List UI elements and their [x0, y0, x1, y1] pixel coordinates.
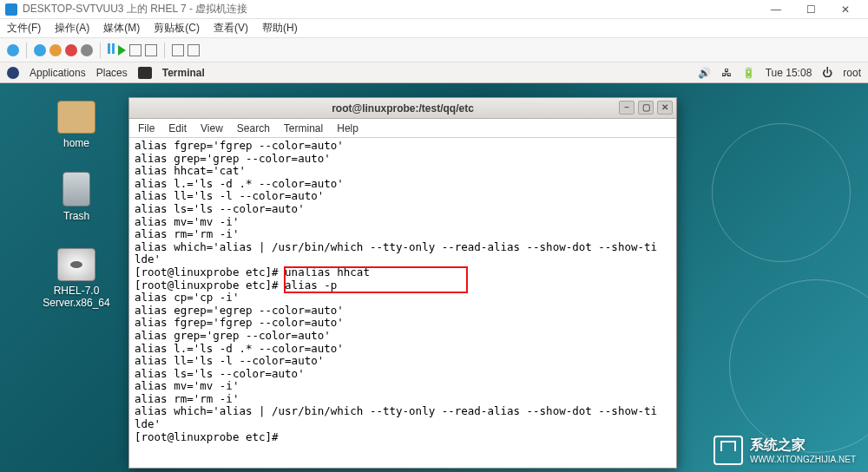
- terminal-title: root@linuxprobe:/test/qq/etc: [332, 102, 474, 115]
- terminal-line: alias ll='ls -l --color=auto': [135, 355, 671, 368]
- system-tray: 🔊 🖧 🔋 Tue 15:08 ⏻ root: [698, 67, 861, 79]
- disc-icon: [57, 248, 95, 281]
- folder-icon: [57, 101, 95, 134]
- desktop-icon-label: RHEL-7.0 Server.x86_64: [35, 285, 118, 309]
- toolbar-enhanced-icon[interactable]: [187, 44, 200, 56]
- desktop-icon-label: Trash: [35, 210, 118, 222]
- toolbar-pause-icon[interactable]: [108, 43, 115, 56]
- terminal-line: alias which='alias | /usr/bin/which --tt…: [135, 405, 671, 418]
- host-menu-action[interactable]: 操作(A): [55, 21, 89, 36]
- guest-display: Applications Places Terminal 🔊 🖧 🔋 Tue 1…: [0, 62, 868, 472]
- terminal-line: alias rm='rm -i': [135, 228, 671, 241]
- host-menu-file[interactable]: 文件(F): [7, 21, 41, 36]
- desktop-icon-home[interactable]: home: [35, 101, 118, 149]
- terminal-menu-view[interactable]: View: [201, 122, 223, 134]
- trash-icon: [62, 172, 90, 206]
- toolbar-turnoff-icon[interactable]: [49, 44, 62, 56]
- terminal-menu-terminal[interactable]: Terminal: [284, 122, 323, 134]
- terminal-line: alias l.='ls -d .* --color=auto': [135, 178, 671, 191]
- terminal-line: lde': [135, 418, 671, 431]
- places-menu[interactable]: Places: [96, 67, 128, 79]
- applications-menu[interactable]: Applications: [30, 67, 86, 79]
- terminal-line: lde': [135, 253, 671, 266]
- watermark-url: WWW.XITONGZHIJIA.NET: [750, 455, 856, 464]
- terminal-line: alias grep='grep --color=auto': [135, 153, 671, 166]
- terminal-line: alias which='alias | /usr/bin/which --tt…: [135, 241, 671, 254]
- host-menu-clipboard[interactable]: 剪贴板(C): [154, 21, 200, 36]
- terminal-title-bar[interactable]: root@linuxprobe:/test/qq/etc – ▢ ✕: [129, 98, 676, 119]
- terminal-line: alias rm='rm -i': [135, 393, 671, 406]
- desktop-icon-label: home: [35, 137, 118, 149]
- decorative-circle: [712, 123, 851, 262]
- terminal-app-icon[interactable]: [138, 67, 152, 79]
- toolbar-share-icon[interactable]: [172, 44, 184, 56]
- terminal-line: alias fgrep='fgrep --color=auto': [135, 317, 671, 330]
- host-menu-media[interactable]: 媒体(M): [103, 21, 140, 36]
- terminal-menu-bar: File Edit View Search Terminal Help: [129, 119, 676, 138]
- terminal-output[interactable]: alias fgrep='fgrep --color=auto'alias gr…: [129, 138, 676, 445]
- watermark-name: 系统之家: [750, 436, 856, 455]
- toolbar-separator: [26, 43, 27, 58]
- activities-icon[interactable]: [7, 67, 19, 79]
- terminal-line: alias grep='grep --color=auto': [135, 330, 671, 343]
- watermark: 系统之家 WWW.XITONGZHIJIA.NET: [713, 436, 856, 465]
- terminal-line: alias ls='ls --color=auto': [135, 368, 671, 381]
- host-maximize-button[interactable]: ☐: [793, 3, 828, 16]
- battery-icon[interactable]: 🔋: [742, 67, 755, 79]
- terminal-maximize-button[interactable]: ▢: [638, 101, 654, 115]
- terminal-line: alias egrep='egrep --color=auto': [135, 305, 671, 318]
- clock-label[interactable]: Tue 15:08: [766, 67, 812, 79]
- host-menu-bar: 文件(F) 操作(A) 媒体(M) 剪贴板(C) 查看(V) 帮助(H): [0, 19, 868, 38]
- host-title-bar: DESKTOP-SVTVUU3 上的 RHEL 7 - 虚拟机连接 — ☐ ✕: [0, 0, 868, 19]
- terminal-line: alias mv='mv -i': [135, 216, 671, 229]
- terminal-line: alias hhcat='cat': [135, 165, 671, 178]
- toolbar-save-icon[interactable]: [81, 44, 93, 56]
- toolbar-revert-icon[interactable]: [145, 44, 157, 56]
- terminal-menu-search[interactable]: Search: [237, 122, 270, 134]
- toolbar-separator: [100, 43, 101, 58]
- network-icon[interactable]: 🖧: [721, 67, 732, 79]
- terminal-minimize-button[interactable]: –: [619, 101, 635, 115]
- terminal-menu-help[interactable]: Help: [337, 122, 358, 134]
- toolbar-shutdown-icon[interactable]: [65, 44, 77, 56]
- toolbar-start-icon[interactable]: [34, 44, 46, 56]
- toolbar-separator: [164, 43, 165, 58]
- terminal-line: alias fgrep='fgrep --color=auto': [135, 140, 671, 153]
- terminal-line: alias cp='cp -i': [135, 292, 671, 305]
- toolbar-checkpoint-icon[interactable]: [129, 44, 141, 56]
- sound-icon[interactable]: 🔊: [698, 67, 711, 79]
- terminal-menu-file[interactable]: File: [138, 122, 155, 134]
- host-menu-view[interactable]: 查看(V): [214, 21, 248, 36]
- desktop-icon-rhel-disc[interactable]: RHEL-7.0 Server.x86_64: [35, 248, 118, 309]
- active-app-label[interactable]: Terminal: [162, 67, 205, 79]
- decorative-circle: [729, 279, 868, 453]
- terminal-close-button[interactable]: ✕: [657, 101, 673, 115]
- host-close-button[interactable]: ✕: [828, 3, 863, 16]
- toolbar-ctrlaltdel-icon[interactable]: [7, 44, 19, 56]
- host-window-title: DESKTOP-SVTVUU3 上的 RHEL 7 - 虚拟机连接: [23, 2, 247, 16]
- terminal-line: alias ll='ls -l --color=auto': [135, 190, 671, 203]
- terminal-line: [root@linuxprobe etc]# alias -p: [135, 279, 671, 292]
- host-minimize-button[interactable]: —: [759, 3, 793, 16]
- terminal-line: [root@linuxprobe etc]#: [135, 431, 671, 444]
- terminal-line: [root@linuxprobe etc]# unalias hhcat: [135, 266, 671, 279]
- vm-icon: [5, 3, 17, 16]
- desktop-icon-trash[interactable]: Trash: [35, 172, 118, 222]
- gnome-top-bar: Applications Places Terminal 🔊 🖧 🔋 Tue 1…: [0, 62, 868, 83]
- user-menu[interactable]: root: [843, 67, 861, 79]
- terminal-line: alias mv='mv -i': [135, 380, 671, 393]
- terminal-line: alias ls='ls --color=auto': [135, 203, 671, 216]
- host-menu-help[interactable]: 帮助(H): [262, 21, 298, 36]
- watermark-logo-icon: [713, 436, 743, 465]
- poweroff-icon[interactable]: ⏻: [822, 67, 832, 79]
- toolbar-resume-icon[interactable]: [118, 45, 126, 56]
- terminal-line: alias l.='ls -d .* --color=auto': [135, 343, 671, 356]
- host-toolbar: [0, 38, 868, 62]
- terminal-menu-edit[interactable]: Edit: [168, 122, 187, 134]
- terminal-window: root@linuxprobe:/test/qq/etc – ▢ ✕ File …: [128, 97, 677, 469]
